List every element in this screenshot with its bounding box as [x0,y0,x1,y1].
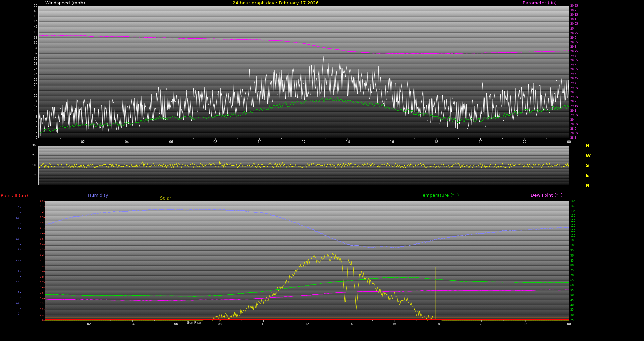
compass-west-label: W [586,153,591,158]
compass-south-label: S [586,163,589,168]
weather-graphs-canvas [0,0,644,341]
solar-axis-title: Solar [160,195,171,201]
humidity-axis-title: Humidity [88,193,108,198]
barometer-axis-title: Barometer (.in) [523,0,557,5]
temperature-axis-title: Temperature (°F) [421,193,459,198]
compass-north-bottom-label: N [586,183,590,188]
sunrise-label: Sun Rise [187,321,201,324]
windspeed-axis-title: Windspeed (mph) [45,0,85,5]
graph-title: 24 hour graph day : February 17 2026 [233,0,319,5]
compass-east-label: E [586,173,589,178]
weather-graph-screen: Windspeed (mph) 24 hour graph day : Febr… [0,0,644,341]
rainfall-axis-title: Rainfall (.in) [1,193,28,198]
compass-north-top-label: N [586,143,590,148]
dewpoint-axis-title: Dew Point (°F) [531,193,563,198]
